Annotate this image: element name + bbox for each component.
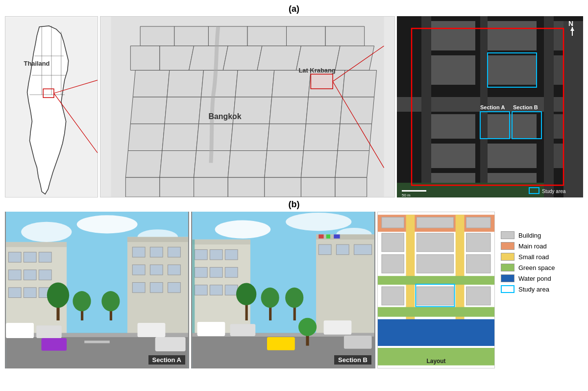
svg-rect-162 bbox=[318, 234, 323, 238]
svg-rect-76 bbox=[431, 114, 475, 139]
svg-rect-61 bbox=[311, 74, 333, 89]
svg-marker-21 bbox=[223, 46, 262, 71]
svg-rect-107 bbox=[24, 252, 36, 263]
svg-marker-45 bbox=[338, 124, 372, 151]
svg-point-166 bbox=[236, 283, 256, 305]
svg-rect-117 bbox=[132, 247, 145, 257]
svg-rect-176 bbox=[324, 320, 352, 335]
svg-marker-33 bbox=[165, 97, 201, 124]
water-pond-label: Water pond bbox=[518, 275, 551, 282]
svg-marker-29 bbox=[272, 70, 311, 97]
svg-rect-67 bbox=[421, 16, 431, 197]
svg-rect-70 bbox=[431, 21, 475, 50]
legend-water-pond: Water pond bbox=[501, 274, 581, 282]
svg-marker-19 bbox=[160, 46, 194, 71]
svg-marker-53 bbox=[125, 177, 160, 197]
svg-rect-158 bbox=[316, 234, 374, 239]
water-pond-swatch bbox=[501, 274, 514, 282]
svg-rect-164 bbox=[334, 234, 340, 238]
svg-marker-46 bbox=[125, 151, 162, 178]
photo-section-a: Section A bbox=[5, 212, 189, 368]
legend-building: Building bbox=[501, 231, 581, 239]
svg-marker-25 bbox=[133, 70, 170, 97]
svg-rect-77 bbox=[431, 144, 475, 168]
svg-rect-163 bbox=[326, 234, 330, 238]
svg-rect-153 bbox=[195, 285, 207, 295]
svg-rect-191 bbox=[466, 255, 490, 273]
svg-rect-161 bbox=[354, 244, 372, 255]
legend-study-area: Study area bbox=[501, 285, 581, 293]
svg-marker-52 bbox=[335, 151, 369, 178]
svg-rect-72 bbox=[488, 21, 537, 50]
svg-marker-43 bbox=[267, 124, 306, 151]
svg-marker-51 bbox=[301, 151, 338, 178]
green-space-label: Green space bbox=[518, 264, 555, 271]
svg-rect-118 bbox=[150, 247, 163, 257]
svg-point-143 bbox=[286, 213, 351, 231]
svg-rect-69 bbox=[544, 16, 554, 197]
svg-text:50 m: 50 m bbox=[402, 193, 411, 197]
svg-rect-122 bbox=[168, 265, 181, 275]
svg-point-102 bbox=[77, 215, 138, 233]
photo-a-svg bbox=[5, 212, 189, 368]
svg-rect-196 bbox=[378, 307, 494, 317]
legend-main-road: Main road bbox=[501, 242, 581, 250]
svg-text:Bangkok: Bangkok bbox=[208, 112, 241, 121]
svg-rect-137 bbox=[41, 338, 67, 351]
svg-point-131 bbox=[101, 291, 120, 311]
svg-marker-16 bbox=[287, 26, 326, 46]
svg-point-170 bbox=[285, 288, 303, 308]
bangkok-map-panel: Bangkok Lat Krabang bbox=[100, 16, 395, 197]
figure-label-a: (a) bbox=[5, 4, 583, 14]
svg-marker-59 bbox=[335, 177, 367, 197]
svg-rect-150 bbox=[195, 268, 207, 278]
svg-rect-147 bbox=[195, 249, 207, 260]
svg-text:Lat Krabang: Lat Krabang bbox=[298, 67, 335, 74]
svg-rect-148 bbox=[210, 249, 222, 260]
svg-rect-193 bbox=[382, 287, 404, 305]
svg-rect-112 bbox=[8, 288, 21, 298]
svg-marker-44 bbox=[303, 124, 340, 151]
svg-rect-197 bbox=[378, 319, 494, 346]
layout-panel: Layout Building Main road Small road bbox=[377, 212, 583, 368]
svg-rect-123 bbox=[132, 283, 145, 293]
svg-rect-125 bbox=[168, 283, 181, 293]
svg-rect-183 bbox=[382, 217, 404, 228]
svg-marker-32 bbox=[130, 97, 167, 124]
layout-diagram: Layout bbox=[377, 212, 495, 368]
svg-marker-17 bbox=[325, 26, 365, 46]
svg-rect-173 bbox=[197, 322, 225, 336]
green-space-swatch bbox=[501, 264, 514, 271]
svg-marker-36 bbox=[270, 97, 309, 124]
svg-point-127 bbox=[47, 283, 69, 308]
svg-rect-192 bbox=[378, 276, 494, 285]
svg-text:Section B: Section B bbox=[513, 104, 538, 110]
svg-rect-187 bbox=[416, 233, 453, 252]
svg-marker-12 bbox=[140, 26, 174, 46]
svg-marker-13 bbox=[174, 26, 209, 46]
svg-rect-195 bbox=[466, 287, 490, 305]
svg-rect-151 bbox=[210, 268, 222, 278]
legend-small-road: Small road bbox=[501, 253, 581, 261]
building-label: Building bbox=[518, 232, 541, 239]
svg-marker-50 bbox=[265, 151, 304, 178]
svg-rect-152 bbox=[225, 268, 238, 278]
thailand-map-svg: Thailand bbox=[5, 17, 98, 197]
satellite-svg: Section A Section B N 50 m Study area bbox=[397, 16, 583, 197]
svg-marker-56 bbox=[228, 177, 265, 197]
svg-rect-139 bbox=[155, 337, 186, 351]
svg-rect-73 bbox=[488, 55, 537, 85]
svg-text:Section A: Section A bbox=[480, 104, 505, 110]
small-road-label: Small road bbox=[518, 253, 549, 261]
svg-rect-177 bbox=[344, 336, 372, 349]
svg-text:Thailand: Thailand bbox=[24, 60, 50, 67]
main-road-swatch bbox=[501, 242, 514, 250]
study-area-label: Study area bbox=[518, 286, 549, 293]
svg-rect-109 bbox=[8, 270, 21, 280]
svg-point-168 bbox=[261, 288, 279, 308]
svg-rect-154 bbox=[210, 285, 222, 295]
photo-section-b: Section B bbox=[191, 212, 375, 368]
svg-rect-136 bbox=[36, 325, 62, 338]
svg-point-179 bbox=[298, 318, 317, 336]
svg-rect-186 bbox=[382, 233, 404, 252]
